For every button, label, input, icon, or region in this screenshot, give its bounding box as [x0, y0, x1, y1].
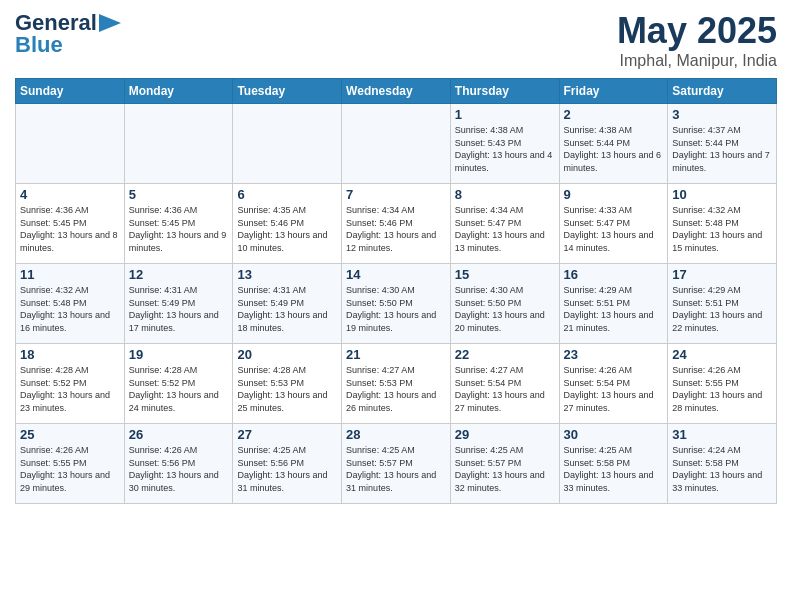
- day-info: Sunrise: 4:32 AM Sunset: 5:48 PM Dayligh…: [672, 204, 772, 254]
- col-thursday: Thursday: [450, 79, 559, 104]
- calendar-cell: [342, 104, 451, 184]
- week-row-5: 25Sunrise: 4:26 AM Sunset: 5:55 PM Dayli…: [16, 424, 777, 504]
- calendar-cell: 15Sunrise: 4:30 AM Sunset: 5:50 PM Dayli…: [450, 264, 559, 344]
- logo: General Blue: [15, 10, 121, 58]
- day-info: Sunrise: 4:31 AM Sunset: 5:49 PM Dayligh…: [129, 284, 229, 334]
- day-info: Sunrise: 4:26 AM Sunset: 5:55 PM Dayligh…: [20, 444, 120, 494]
- day-number: 12: [129, 267, 229, 282]
- month-title: May 2025: [617, 10, 777, 52]
- col-friday: Friday: [559, 79, 668, 104]
- col-sunday: Sunday: [16, 79, 125, 104]
- day-number: 30: [564, 427, 664, 442]
- calendar-cell: 31Sunrise: 4:24 AM Sunset: 5:58 PM Dayli…: [668, 424, 777, 504]
- col-wednesday: Wednesday: [342, 79, 451, 104]
- day-info: Sunrise: 4:25 AM Sunset: 5:58 PM Dayligh…: [564, 444, 664, 494]
- calendar-cell: 17Sunrise: 4:29 AM Sunset: 5:51 PM Dayli…: [668, 264, 777, 344]
- day-number: 25: [20, 427, 120, 442]
- week-row-4: 18Sunrise: 4:28 AM Sunset: 5:52 PM Dayli…: [16, 344, 777, 424]
- calendar-cell: [124, 104, 233, 184]
- day-info: Sunrise: 4:26 AM Sunset: 5:55 PM Dayligh…: [672, 364, 772, 414]
- day-info: Sunrise: 4:28 AM Sunset: 5:52 PM Dayligh…: [20, 364, 120, 414]
- calendar-body: 1Sunrise: 4:38 AM Sunset: 5:43 PM Daylig…: [16, 104, 777, 504]
- day-number: 5: [129, 187, 229, 202]
- day-info: Sunrise: 4:34 AM Sunset: 5:47 PM Dayligh…: [455, 204, 555, 254]
- calendar-cell: 1Sunrise: 4:38 AM Sunset: 5:43 PM Daylig…: [450, 104, 559, 184]
- day-info: Sunrise: 4:30 AM Sunset: 5:50 PM Dayligh…: [455, 284, 555, 334]
- day-number: 4: [20, 187, 120, 202]
- day-info: Sunrise: 4:29 AM Sunset: 5:51 PM Dayligh…: [672, 284, 772, 334]
- day-info: Sunrise: 4:27 AM Sunset: 5:54 PM Dayligh…: [455, 364, 555, 414]
- day-info: Sunrise: 4:30 AM Sunset: 5:50 PM Dayligh…: [346, 284, 446, 334]
- day-number: 21: [346, 347, 446, 362]
- calendar-cell: 6Sunrise: 4:35 AM Sunset: 5:46 PM Daylig…: [233, 184, 342, 264]
- header-row: Sunday Monday Tuesday Wednesday Thursday…: [16, 79, 777, 104]
- day-info: Sunrise: 4:29 AM Sunset: 5:51 PM Dayligh…: [564, 284, 664, 334]
- day-number: 26: [129, 427, 229, 442]
- calendar-cell: 18Sunrise: 4:28 AM Sunset: 5:52 PM Dayli…: [16, 344, 125, 424]
- col-monday: Monday: [124, 79, 233, 104]
- logo-arrow-icon: [99, 14, 121, 32]
- day-number: 20: [237, 347, 337, 362]
- calendar-cell: [16, 104, 125, 184]
- calendar-cell: 8Sunrise: 4:34 AM Sunset: 5:47 PM Daylig…: [450, 184, 559, 264]
- calendar-cell: 14Sunrise: 4:30 AM Sunset: 5:50 PM Dayli…: [342, 264, 451, 344]
- day-info: Sunrise: 4:31 AM Sunset: 5:49 PM Dayligh…: [237, 284, 337, 334]
- header: General Blue May 2025 Imphal, Manipur, I…: [15, 10, 777, 70]
- calendar-cell: [233, 104, 342, 184]
- week-row-1: 1Sunrise: 4:38 AM Sunset: 5:43 PM Daylig…: [16, 104, 777, 184]
- calendar-cell: 29Sunrise: 4:25 AM Sunset: 5:57 PM Dayli…: [450, 424, 559, 504]
- day-info: Sunrise: 4:28 AM Sunset: 5:52 PM Dayligh…: [129, 364, 229, 414]
- day-info: Sunrise: 4:38 AM Sunset: 5:43 PM Dayligh…: [455, 124, 555, 174]
- week-row-2: 4Sunrise: 4:36 AM Sunset: 5:45 PM Daylig…: [16, 184, 777, 264]
- day-info: Sunrise: 4:26 AM Sunset: 5:56 PM Dayligh…: [129, 444, 229, 494]
- calendar-cell: 30Sunrise: 4:25 AM Sunset: 5:58 PM Dayli…: [559, 424, 668, 504]
- calendar-cell: 11Sunrise: 4:32 AM Sunset: 5:48 PM Dayli…: [16, 264, 125, 344]
- calendar-cell: 10Sunrise: 4:32 AM Sunset: 5:48 PM Dayli…: [668, 184, 777, 264]
- calendar-cell: 27Sunrise: 4:25 AM Sunset: 5:56 PM Dayli…: [233, 424, 342, 504]
- day-number: 2: [564, 107, 664, 122]
- day-number: 7: [346, 187, 446, 202]
- svg-marker-0: [99, 14, 121, 32]
- day-info: Sunrise: 4:27 AM Sunset: 5:53 PM Dayligh…: [346, 364, 446, 414]
- day-info: Sunrise: 4:37 AM Sunset: 5:44 PM Dayligh…: [672, 124, 772, 174]
- day-number: 3: [672, 107, 772, 122]
- day-number: 6: [237, 187, 337, 202]
- day-info: Sunrise: 4:25 AM Sunset: 5:56 PM Dayligh…: [237, 444, 337, 494]
- day-number: 11: [20, 267, 120, 282]
- logo-blue: Blue: [15, 32, 63, 58]
- week-row-3: 11Sunrise: 4:32 AM Sunset: 5:48 PM Dayli…: [16, 264, 777, 344]
- calendar-cell: 13Sunrise: 4:31 AM Sunset: 5:49 PM Dayli…: [233, 264, 342, 344]
- day-number: 10: [672, 187, 772, 202]
- calendar-cell: 16Sunrise: 4:29 AM Sunset: 5:51 PM Dayli…: [559, 264, 668, 344]
- day-number: 28: [346, 427, 446, 442]
- day-number: 9: [564, 187, 664, 202]
- calendar-cell: 7Sunrise: 4:34 AM Sunset: 5:46 PM Daylig…: [342, 184, 451, 264]
- day-info: Sunrise: 4:36 AM Sunset: 5:45 PM Dayligh…: [129, 204, 229, 254]
- calendar-cell: 2Sunrise: 4:38 AM Sunset: 5:44 PM Daylig…: [559, 104, 668, 184]
- calendar-cell: 12Sunrise: 4:31 AM Sunset: 5:49 PM Dayli…: [124, 264, 233, 344]
- day-info: Sunrise: 4:24 AM Sunset: 5:58 PM Dayligh…: [672, 444, 772, 494]
- calendar-cell: 20Sunrise: 4:28 AM Sunset: 5:53 PM Dayli…: [233, 344, 342, 424]
- col-tuesday: Tuesday: [233, 79, 342, 104]
- calendar-cell: 24Sunrise: 4:26 AM Sunset: 5:55 PM Dayli…: [668, 344, 777, 424]
- day-number: 8: [455, 187, 555, 202]
- calendar-cell: 28Sunrise: 4:25 AM Sunset: 5:57 PM Dayli…: [342, 424, 451, 504]
- day-number: 13: [237, 267, 337, 282]
- day-number: 22: [455, 347, 555, 362]
- calendar-cell: 5Sunrise: 4:36 AM Sunset: 5:45 PM Daylig…: [124, 184, 233, 264]
- calendar-cell: 9Sunrise: 4:33 AM Sunset: 5:47 PM Daylig…: [559, 184, 668, 264]
- day-info: Sunrise: 4:26 AM Sunset: 5:54 PM Dayligh…: [564, 364, 664, 414]
- day-info: Sunrise: 4:25 AM Sunset: 5:57 PM Dayligh…: [455, 444, 555, 494]
- day-info: Sunrise: 4:35 AM Sunset: 5:46 PM Dayligh…: [237, 204, 337, 254]
- day-info: Sunrise: 4:38 AM Sunset: 5:44 PM Dayligh…: [564, 124, 664, 174]
- day-number: 16: [564, 267, 664, 282]
- day-info: Sunrise: 4:34 AM Sunset: 5:46 PM Dayligh…: [346, 204, 446, 254]
- day-number: 19: [129, 347, 229, 362]
- day-info: Sunrise: 4:33 AM Sunset: 5:47 PM Dayligh…: [564, 204, 664, 254]
- day-info: Sunrise: 4:32 AM Sunset: 5:48 PM Dayligh…: [20, 284, 120, 334]
- calendar-cell: 4Sunrise: 4:36 AM Sunset: 5:45 PM Daylig…: [16, 184, 125, 264]
- day-number: 29: [455, 427, 555, 442]
- day-number: 18: [20, 347, 120, 362]
- day-number: 15: [455, 267, 555, 282]
- page-container: General Blue May 2025 Imphal, Manipur, I…: [0, 0, 792, 509]
